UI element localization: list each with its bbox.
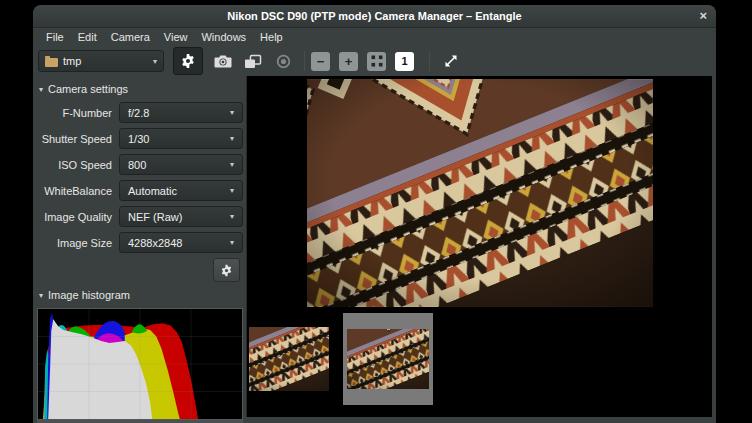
desktop: Nikon DSC D90 (PTP mode) Camera Manager … (0, 0, 752, 423)
menu-windows[interactable]: Windows (194, 30, 253, 44)
content-area: ▾ Camera settings F-Number f/2.8 ▾ Shutt… (33, 76, 716, 417)
camera-icon (214, 54, 232, 68)
multi-window-icon (244, 54, 262, 69)
setting-row-image-size: Image Size 4288x2848 ▾ (36, 232, 243, 253)
setting-row-image-quality: Image Quality NEF (Raw) ▾ (36, 206, 243, 227)
image-viewer-area[interactable] (246, 76, 712, 417)
chevron-down-icon: ▾ (230, 134, 234, 143)
image-viewport[interactable] (247, 76, 712, 307)
setting-row-white-balance: WhiteBalance Automatic ▾ (36, 180, 243, 201)
advanced-settings-button[interactable] (213, 258, 240, 282)
thumbnail-strip (247, 313, 712, 405)
normal-size-button[interactable]: 1 (395, 52, 414, 71)
camera-control-panel: ▾ Camera settings F-Number f/2.8 ▾ Shutt… (33, 76, 246, 417)
iso-speed-value: 800 (128, 159, 146, 171)
setting-row-iso-speed: ISO Speed 800 ▾ (36, 154, 243, 175)
image-size-value: 4288x2848 (128, 237, 182, 249)
folder-icon (45, 58, 58, 67)
setting-row-f-number: F-Number f/2.8 ▾ (36, 102, 243, 123)
captured-photo (307, 79, 653, 307)
toolbar: tmp ▾ (33, 46, 716, 76)
record-circle-icon (276, 54, 291, 69)
menu-file[interactable]: File (39, 30, 71, 44)
setting-row-shutter-speed: Shutter Speed 1/30 ▾ (36, 128, 243, 149)
session-folder-value: tmp (63, 55, 81, 67)
camera-settings-header[interactable]: ▾ Camera settings (39, 83, 243, 95)
shutter-speed-dropdown[interactable]: 1/30 ▾ (119, 128, 243, 149)
toolbar-separator (304, 51, 305, 71)
f-number-label: F-Number (36, 107, 119, 119)
thumbnail-1[interactable] (249, 327, 329, 391)
menu-view[interactable]: View (157, 30, 195, 44)
histogram-chart (37, 308, 243, 420)
shutter-speed-label: Shutter Speed (36, 133, 119, 145)
f-number-value: f/2.8 (128, 107, 149, 119)
image-quality-value: NEF (Raw) (128, 211, 182, 223)
record-button[interactable] (268, 48, 298, 74)
image-quality-label: Image Quality (36, 211, 119, 223)
fit-corners-icon (371, 55, 383, 67)
titlebar[interactable]: Nikon DSC D90 (PTP mode) Camera Manager … (33, 5, 716, 28)
chevron-down-icon: ▾ (153, 57, 157, 66)
white-balance-label: WhiteBalance (36, 185, 119, 197)
image-quality-dropdown[interactable]: NEF (Raw) ▾ (119, 206, 243, 227)
image-size-dropdown[interactable]: 4288x2848 ▾ (119, 232, 243, 253)
f-number-dropdown[interactable]: f/2.8 ▾ (119, 102, 243, 123)
iso-speed-label: ISO Speed (36, 159, 119, 171)
menu-camera[interactable]: Camera (104, 30, 157, 44)
chevron-down-icon: ▾ (230, 108, 234, 117)
chevron-down-icon: ▾ (230, 160, 234, 169)
zoom-in-button[interactable]: + (339, 52, 358, 71)
menu-help[interactable]: Help (253, 30, 290, 44)
menu-edit[interactable]: Edit (71, 30, 104, 44)
image-histogram-title: Image histogram (48, 289, 130, 301)
window-title: Nikon DSC D90 (PTP mode) Camera Manager … (227, 10, 521, 22)
settings-toggle-button[interactable] (173, 47, 203, 75)
close-icon[interactable]: × (699, 7, 707, 25)
white-balance-value: Automatic (128, 185, 177, 197)
best-fit-button[interactable] (367, 52, 386, 71)
white-balance-dropdown[interactable]: Automatic ▾ (119, 180, 243, 201)
iso-speed-dropdown[interactable]: 800 ▾ (119, 154, 243, 175)
camera-settings-title: Camera settings (48, 83, 128, 95)
thumbnail-2-selected[interactable] (343, 313, 433, 405)
session-folder-dropdown[interactable]: tmp ▾ (38, 50, 164, 72)
disclosure-triangle-icon: ▾ (39, 291, 43, 300)
entangle-window: Nikon DSC D90 (PTP mode) Camera Manager … (33, 5, 716, 423)
chevron-down-icon: ▾ (230, 238, 234, 247)
chevron-down-icon: ▾ (230, 212, 234, 221)
capture-button[interactable] (208, 48, 238, 74)
chevron-down-icon: ▾ (230, 186, 234, 195)
gear-icon (180, 53, 196, 69)
thumbnail-2-image (347, 329, 429, 389)
image-size-label: Image Size (36, 237, 119, 249)
advanced-settings-row (36, 258, 240, 282)
gear-icon (220, 264, 233, 277)
diagonal-arrows-icon (443, 53, 459, 69)
fullscreen-button[interactable] (438, 48, 464, 74)
menu-bar: File Edit Camera View Windows Help (33, 28, 716, 46)
toolbar-separator (429, 51, 430, 71)
continuous-capture-button[interactable] (238, 48, 268, 74)
zoom-out-button[interactable]: − (311, 52, 330, 71)
image-histogram-header[interactable]: ▾ Image histogram (39, 289, 243, 301)
shutter-speed-value: 1/30 (128, 133, 149, 145)
disclosure-triangle-icon: ▾ (39, 85, 43, 94)
